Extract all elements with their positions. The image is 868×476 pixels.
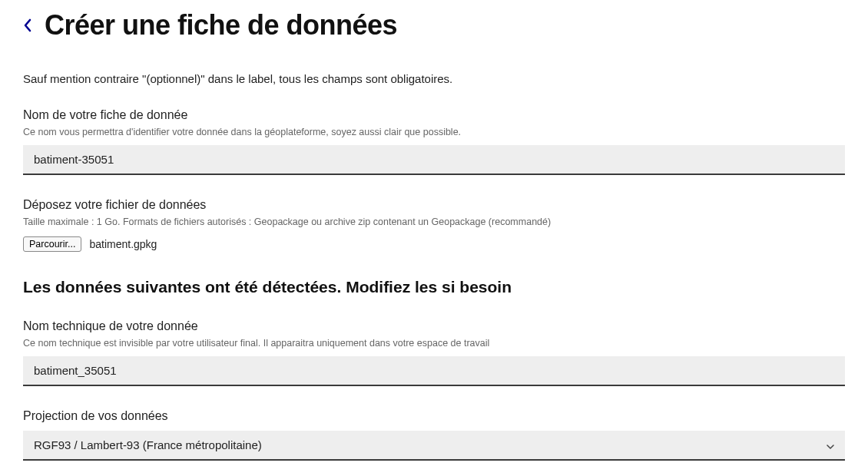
file-field-label: Déposez votre fichier de données — [23, 198, 845, 212]
projection-field-label: Projection de vos données — [23, 409, 845, 423]
page-header: Créer une fiche de données — [23, 9, 845, 41]
file-field-hint: Taille maximale : 1 Go. Formats de fichi… — [23, 217, 845, 227]
projection-field: Projection de vos données RGF93 / Lamber… — [23, 409, 845, 461]
file-field: Déposez votre fichier de données Taille … — [23, 198, 845, 252]
name-field-hint: Ce nom vous permettra d'identifier votre… — [23, 127, 845, 137]
detected-section-title: Les données suivantes ont été détectées.… — [23, 278, 845, 296]
selected-filename: batiment.gpkg — [89, 238, 157, 250]
tech-name-input[interactable] — [23, 356, 845, 386]
name-field-label: Nom de votre fiche de donnée — [23, 108, 845, 122]
intro-text: Sauf mention contraire "(optionnel)" dan… — [23, 72, 845, 85]
projection-select[interactable]: RGF93 / Lambert-93 (France métropolitain… — [23, 431, 845, 461]
name-field: Nom de votre fiche de donnée Ce nom vous… — [23, 108, 845, 175]
back-arrow-icon[interactable] — [23, 14, 32, 37]
browse-button[interactable]: Parcourir... — [23, 236, 81, 252]
page-title: Créer une fiche de données — [45, 9, 397, 41]
name-input[interactable] — [23, 145, 845, 175]
tech-name-field-hint: Ce nom technique est invisible par votre… — [23, 338, 845, 349]
tech-name-field: Nom technique de votre donnée Ce nom tec… — [23, 319, 845, 386]
tech-name-field-label: Nom technique de votre donnée — [23, 319, 845, 333]
